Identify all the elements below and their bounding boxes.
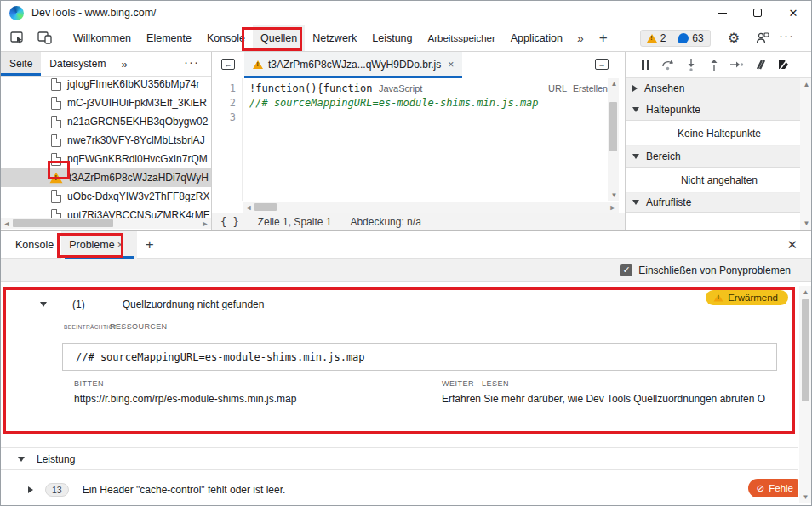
learn-more-text[interactable]: Erfahren Sie mehr darüber, wie Dev Tools… — [442, 393, 792, 405]
close-button[interactable]: ✕ — [775, 1, 811, 25]
tab-application[interactable]: Application — [503, 25, 570, 51]
file-row[interactable]: nwe7rk30VFY-8YclMbLtsbrlAJ — [1, 131, 211, 150]
more-tabs-button[interactable]: » — [570, 31, 591, 45]
request-url[interactable]: https://r.bing.com/rp/es-module-shims.mi… — [74, 393, 296, 405]
maximize-button[interactable] — [740, 1, 775, 25]
tab-seite[interactable]: Seite — [1, 52, 41, 76]
file-icon — [51, 190, 61, 203]
file-row[interactable]: uObc-DdxqYIW3v2ThFF8gzRX — [1, 187, 211, 206]
format-code-button[interactable]: { } — [220, 216, 239, 228]
editor-hscrollbar[interactable]: ◄ ► — [243, 202, 619, 213]
tab-close-icon[interactable]: × — [448, 59, 454, 71]
tab-leistung[interactable]: Leistung — [364, 25, 420, 51]
checkbox-label: Einschließen von Ponyproblemen — [638, 264, 791, 276]
file-tree: jqIogFImeK6IbKU356bMp74r mC-j3VUIHUiFpkM… — [1, 77, 211, 218]
tab-netzwerk[interactable]: Netzwerk — [305, 25, 364, 51]
step-into-button[interactable] — [683, 57, 699, 72]
pause-on-exceptions-button[interactable] — [775, 57, 791, 72]
drawer-tab-probleme[interactable]: Probleme × — [61, 231, 137, 259]
file-icon — [51, 78, 61, 91]
warnings-badge[interactable]: 2 — [640, 30, 673, 47]
more-options-button[interactable]: ··· — [774, 28, 803, 48]
tab-dateisystem[interactable]: Dateisystem — [41, 52, 114, 76]
debugger-vscrollbar[interactable]: ▲ ▼ — [800, 78, 812, 230]
step-button[interactable] — [729, 57, 745, 72]
drawer-tab-konsole[interactable]: Konsole — [8, 231, 61, 258]
file-row-selected[interactable]: t3AZrPm6P8cWJzaHDi7qWyH — [1, 168, 211, 187]
problem-row[interactable]: (1) Quellzuordnung nicht gefunden — [8, 293, 786, 316]
messages-badge[interactable]: 63 — [672, 30, 710, 47]
file-row[interactable]: n21aGRCN5EKHB3qObygw02 — [1, 112, 211, 131]
file-name: n21aGRCN5EKHB3qObygw02 — [67, 116, 208, 128]
drawer-vscrollbar[interactable]: ▲ ▼ — [799, 286, 812, 503]
add-panel-button[interactable]: + — [591, 30, 616, 47]
drawer-add-tab-button[interactable]: + — [137, 236, 163, 253]
scrollbar-thumb[interactable] — [609, 102, 617, 151]
deactivate-breakpoints-button[interactable] — [752, 57, 768, 72]
navigator-hscrollbar[interactable]: ◄ ► — [1, 218, 211, 229]
editor-file-tab[interactable]: t3AZrPm6P8cWJza...qWyH9DDo.br.js × — [244, 52, 462, 77]
show-debugger-button[interactable]: → — [591, 55, 613, 74]
learn-more-label: WEITER LESEN — [442, 379, 509, 388]
issue-row[interactable]: 13 Ein Header "cache-control" fehlt oder… — [1, 477, 798, 503]
editor-vscrollbar[interactable]: ▲ ▼ — [608, 78, 619, 201]
step-out-button[interactable] — [706, 57, 722, 72]
navigator-menu-button[interactable]: ··· — [179, 54, 211, 74]
file-row[interactable]: upt7Ri3AVBCCNSuZMRK4rME — [1, 206, 211, 218]
file-name: mC-j3VUIHUiFpkM3EIf_3KiER — [67, 97, 207, 109]
section-watch[interactable]: Ansehen — [626, 78, 812, 99]
feedback-button[interactable] — [752, 28, 774, 48]
file-name: uObc-DdxqYIW3v2ThFF8gzRX — [67, 190, 209, 202]
navigator-more-tabs-button[interactable]: » — [114, 58, 134, 71]
line-number: 3 — [212, 111, 236, 125]
file-row[interactable]: mC-j3VUIHUiFpkM3EIf_3KiER — [1, 94, 211, 112]
title-bar: DevTools - www.bing.com/ ✕ — [1, 1, 811, 25]
tab-arbeitsspeicher[interactable]: Arbeitsspeicher — [420, 25, 503, 51]
sourcemap-comment: //# sourceMappingURL=es-module-shims.min… — [76, 351, 365, 363]
deactivate-breakpoints-icon — [754, 59, 767, 71]
minimize-icon — [718, 13, 727, 14]
tab-quellen[interactable]: Quellen — [253, 25, 305, 51]
scrollbar-thumb[interactable] — [254, 203, 277, 211]
created-column-label: Erstellen von A — [573, 83, 609, 94]
expand-down-icon — [632, 200, 639, 205]
drawer-tab-label: Probleme — [69, 239, 115, 251]
file-row[interactable]: jqIogFImeK6IbKU356bMp74r — [1, 77, 211, 94]
hide-navigator-button[interactable]: ← — [217, 55, 239, 74]
tab-close-icon[interactable]: × — [117, 239, 123, 251]
file-icon — [51, 116, 61, 128]
step-over-button[interactable] — [660, 57, 676, 72]
tab-konsole[interactable]: Konsole — [199, 25, 253, 51]
chat-bubble-icon — [678, 33, 689, 43]
minimize-button[interactable] — [704, 1, 740, 25]
scroll-down-icon: ▼ — [799, 493, 812, 501]
problem-code-box: //# sourceMappingURL=es-module-shims.min… — [62, 343, 777, 371]
section-breakpoints[interactable]: Haltepunkte — [626, 99, 812, 121]
scrollbar-thumb[interactable] — [802, 299, 809, 401]
settings-button[interactable]: ⚙ — [721, 30, 746, 46]
file-row[interactable]: pqFWGnKBRdl0HvcGxIn7rQM — [1, 150, 211, 168]
section-leistung[interactable]: Leistung — [1, 447, 798, 470]
request-label: BITTEN — [74, 379, 104, 388]
code-text: !function(){function — [249, 82, 373, 94]
code-viewer[interactable]: 1 2 3 !function(){function //# sourceMap… — [212, 78, 608, 201]
device-toolbar-button[interactable] — [33, 28, 55, 48]
file-icon — [51, 209, 61, 219]
maximize-icon — [753, 9, 762, 17]
scrollbar-thumb[interactable] — [13, 219, 113, 227]
tab-warning-icon — [253, 60, 263, 69]
section-callstack[interactable]: Aufrufliste — [626, 193, 812, 213]
file-warning-icon — [50, 173, 63, 184]
tab-willkommen[interactable]: Willkommen — [66, 25, 139, 51]
file-name: jqIogFImeK6IbKU356bMp74r — [67, 78, 199, 90]
pause-button[interactable] — [638, 57, 653, 72]
blocked-icon: ⊘ — [757, 482, 765, 494]
step-icon — [730, 60, 744, 70]
inspect-element-button[interactable] — [6, 28, 28, 48]
breakpoints-empty-state: Keine Haltepunkte — [626, 121, 812, 146]
tab-elemente[interactable]: Elemente — [139, 25, 199, 51]
include-pony-checkbox[interactable]: ✓ — [620, 264, 632, 276]
section-label: Bereich — [646, 151, 681, 162]
section-scope[interactable]: Bereich — [626, 146, 812, 168]
drawer-close-button[interactable]: ✕ — [786, 237, 798, 253]
